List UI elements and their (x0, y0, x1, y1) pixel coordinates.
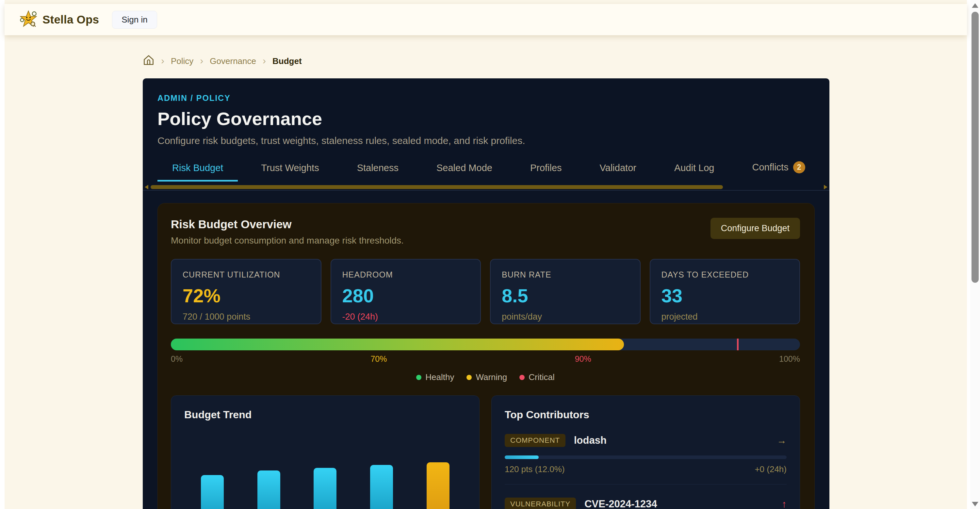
stat-card-days-to-exceeded: DAYS TO EXCEEDED 33 projected (650, 259, 800, 324)
trend-bar (201, 475, 224, 509)
contributor-points: 120 pts (12.0%) (505, 464, 565, 474)
breadcrumb-separator-icon: › (200, 56, 203, 66)
overview-description: Monitor budget consumption and manage ri… (171, 235, 404, 246)
status-legend: Healthy Warning Critical (171, 372, 800, 382)
overview-title: Risk Budget Overview (171, 218, 404, 231)
scrollbar-up-arrow-icon[interactable] (972, 3, 978, 8)
scale-label-90: 90% (575, 354, 591, 364)
breadcrumb-separator-icon: › (161, 56, 164, 66)
trend-bar (258, 471, 280, 509)
budget-trend-title: Budget Trend (184, 409, 466, 421)
trend-arrow-icon[interactable]: ↑ (782, 499, 787, 509)
tabs-scroll-left-arrow-icon[interactable] (145, 185, 148, 189)
policy-governance-panel: ADMIN / POLICY Policy Governance Configu… (143, 78, 829, 509)
utilization-bar-track (171, 339, 800, 350)
tab-bar: Risk Budget Trust Weights Staleness Seal… (158, 161, 815, 182)
utilization-bar-section: 0% 70% 90% 100% Healthy Warning (171, 339, 800, 382)
page-title: Policy Governance (158, 108, 815, 129)
page-subtitle: Configure risk budgets, trust weights, s… (158, 135, 815, 146)
sign-in-button[interactable]: Sign in (112, 11, 157, 29)
stats-grid: CURRENT UTILIZATION 72% 720 / 1000 point… (171, 259, 800, 324)
brand-name: Stella Ops (43, 13, 99, 26)
brand: Stella Ops (20, 10, 99, 29)
stat-value: 72% (183, 285, 310, 306)
section-eyebrow: ADMIN / POLICY (158, 94, 815, 103)
scrollbar-down-arrow-icon[interactable] (972, 502, 978, 506)
breadcrumb: › Policy › Governance › Budget (143, 54, 302, 68)
tab-risk-budget[interactable]: Risk Budget (158, 163, 238, 182)
contributor-name: CVE-2024-1234 (584, 498, 657, 509)
budget-trend-card: Budget Trend 12/1 12/8 12/15 12/22 12/29 (171, 395, 480, 509)
trend-bar (426, 462, 450, 509)
utilization-bar-fill (171, 339, 624, 350)
utilization-scale: 0% 70% 90% 100% (171, 354, 800, 364)
contributor-delta: +0 (24h) (755, 464, 787, 474)
breadcrumb-budget: Budget (272, 56, 302, 66)
contributor-row[interactable]: VULNERABILITY CVE-2024-1234 ↑ 95 pts (9.… (505, 498, 787, 509)
contributor-type-badge: COMPONENT (505, 434, 565, 447)
home-icon[interactable] (143, 54, 154, 68)
tabs-scrollbar-thumb[interactable] (151, 185, 723, 189)
stat-sub: 720 / 1000 points (183, 312, 310, 322)
tab-profiles[interactable]: Profiles (515, 163, 577, 182)
stat-value: 280 (342, 285, 469, 306)
contributor-bar-fill (505, 455, 539, 459)
stat-sub: -20 (24h) (342, 312, 469, 322)
top-contributors-title: Top Contributors (505, 409, 787, 421)
stella-ops-star-logo-icon (20, 10, 37, 29)
budget-trend-chart (184, 462, 466, 509)
scale-label-0: 0% (171, 354, 183, 364)
critical-dot-icon (519, 375, 525, 380)
stat-card-headroom: HEADROOM 280 -20 (24h) (331, 259, 481, 324)
tabs-scroll-right-arrow-icon[interactable] (824, 185, 827, 189)
scale-label-70: 70% (371, 354, 387, 364)
stat-card-current-utilization: CURRENT UTILIZATION 72% 720 / 1000 point… (171, 259, 321, 324)
legend-critical: Critical (519, 372, 554, 382)
breadcrumb-separator-icon: › (262, 56, 266, 66)
legend-healthy: Healthy (416, 372, 454, 382)
tab-conflicts[interactable]: Conflicts 2 (737, 161, 819, 182)
tabs-horizontal-scrollbar[interactable] (143, 185, 829, 191)
stat-label: CURRENT UTILIZATION (183, 270, 310, 279)
browser-scrollbar[interactable] (970, 0, 980, 509)
contributor-type-badge: VULNERABILITY (505, 498, 576, 509)
trend-bar (313, 468, 336, 509)
tab-validator[interactable]: Validator (585, 163, 651, 182)
stat-sub: points/day (502, 312, 629, 322)
divider (505, 484, 787, 485)
configure-budget-button[interactable]: Configure Budget (711, 218, 800, 239)
trend-arrow-icon[interactable]: → (777, 435, 787, 446)
stat-label: BURN RATE (502, 270, 629, 279)
scrollbar-thumb[interactable] (972, 12, 979, 283)
breadcrumb-governance[interactable]: Governance (210, 56, 256, 66)
legend-warning: Warning (466, 372, 507, 382)
stat-value: 33 (662, 285, 789, 306)
stat-label: DAYS TO EXCEEDED (662, 270, 789, 279)
contributor-name: lodash (574, 434, 607, 446)
warning-dot-icon (466, 375, 472, 380)
contributor-row[interactable]: COMPONENT lodash → 120 pts (12.0%) +0 (2… (505, 434, 787, 485)
conflicts-count-badge: 2 (793, 161, 805, 173)
top-contributors-card: Top Contributors COMPONENT lodash → 120 … (491, 395, 800, 509)
stat-card-burn-rate: BURN RATE 8.5 points/day (490, 259, 641, 324)
tab-audit-log[interactable]: Audit Log (660, 163, 729, 182)
risk-budget-overview-card: Risk Budget Overview Monitor budget cons… (158, 203, 815, 509)
stat-value: 8.5 (502, 285, 629, 306)
contributor-bar-track (505, 455, 787, 459)
tab-staleness[interactable]: Staleness (342, 163, 413, 182)
critical-threshold-marker (737, 339, 738, 350)
stat-sub: projected (662, 312, 789, 322)
trend-bar (370, 465, 393, 509)
breadcrumb-policy[interactable]: Policy (171, 56, 193, 66)
overview-header: Risk Budget Overview Monitor budget cons… (171, 218, 800, 246)
scale-label-100: 100% (779, 354, 800, 364)
tab-sealed-mode[interactable]: Sealed Mode (422, 163, 507, 182)
tab-trust-weights[interactable]: Trust Weights (246, 163, 334, 182)
tab-clipped[interactable]: Pl (829, 163, 829, 182)
topbar: Stella Ops Sign in (5, 4, 967, 35)
healthy-dot-icon (416, 375, 422, 380)
screen: Stella Ops Sign in › Policy › Governance… (0, 0, 980, 509)
stat-label: HEADROOM (342, 270, 469, 279)
